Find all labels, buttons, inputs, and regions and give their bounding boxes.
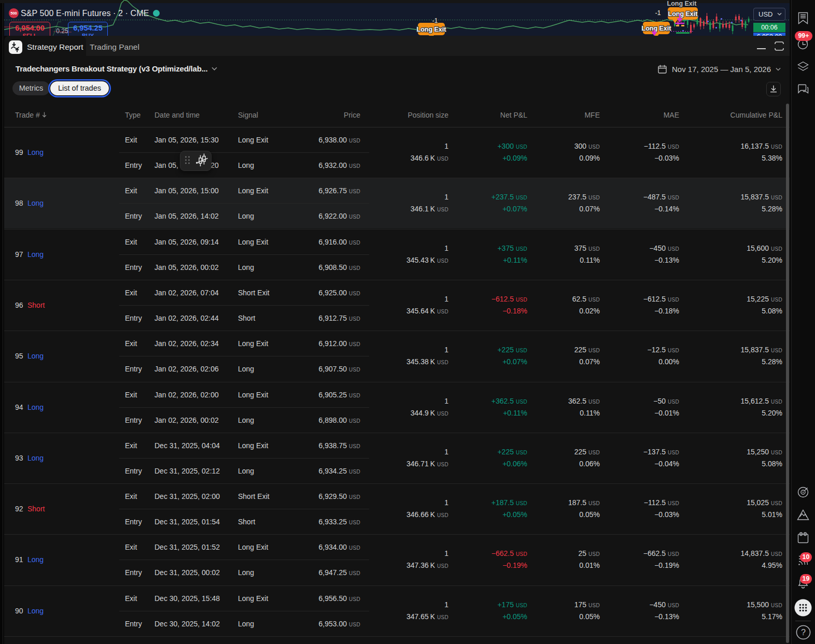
- svg-text:-1: -1: [655, 9, 661, 17]
- svg-text:Long Exit: Long Exit: [667, 0, 697, 7]
- svg-text:Long Exit: Long Exit: [668, 10, 698, 18]
- svg-text:?: ?: [801, 627, 806, 637]
- svg-text:Long Exit: Long Exit: [417, 26, 447, 33]
- svg-text:-1: -1: [432, 17, 438, 24]
- svg-text:Long Exit: Long Exit: [642, 25, 672, 32]
